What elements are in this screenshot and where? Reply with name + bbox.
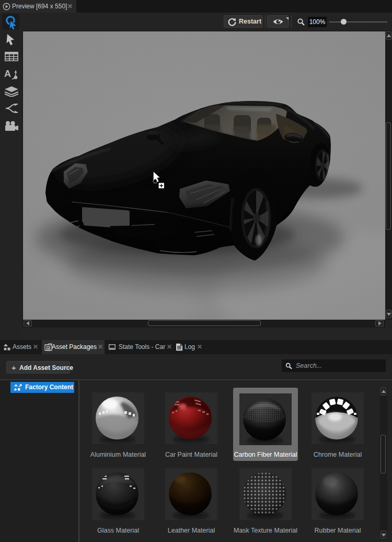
svg-text:A: A <box>4 69 11 79</box>
